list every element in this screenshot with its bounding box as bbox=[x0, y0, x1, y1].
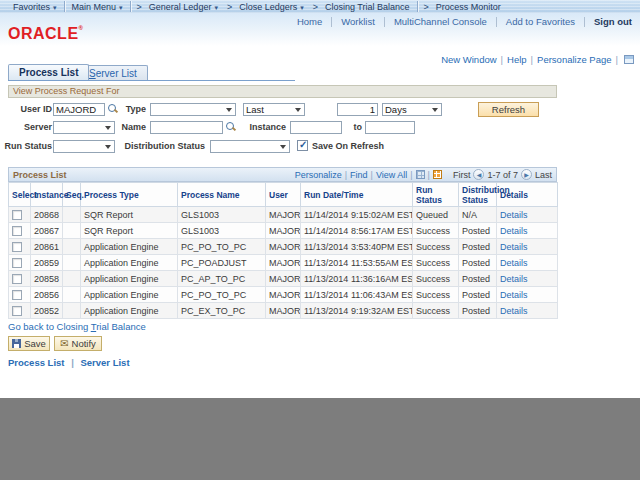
tab-process-list[interactable]: Process List bbox=[8, 64, 89, 80]
col-select: Select bbox=[9, 183, 31, 207]
refresh-button[interactable]: Refresh bbox=[478, 102, 539, 117]
table-row: 20861 Application Engine PC_PO_TO_PC MAJ… bbox=[9, 239, 558, 255]
cell-run-datetime: 11/14/2014 9:15:02AM EST bbox=[301, 207, 413, 223]
personalize-page-link[interactable]: Personalize Page bbox=[537, 54, 611, 65]
breadcrumb: Favorites▾ Main Menu▾ > General Ledger▾ … bbox=[0, 0, 640, 13]
details-link[interactable]: Details bbox=[500, 258, 528, 268]
home-link[interactable]: Home bbox=[288, 16, 331, 27]
worklist-link[interactable]: Worklist bbox=[332, 16, 384, 27]
details-link[interactable]: Details bbox=[500, 210, 528, 220]
breadcrumb-label: General Ledger bbox=[149, 2, 212, 12]
type-label: Type bbox=[104, 104, 146, 114]
instance-to-input[interactable] bbox=[365, 121, 415, 134]
breadcrumb-closing-trial-balance[interactable]: Closing Trial Balance bbox=[320, 2, 415, 12]
go-back-text: rial Balance bbox=[96, 321, 146, 332]
col-process-type: Process Type bbox=[81, 183, 178, 207]
cell-distribution-status: Posted bbox=[459, 303, 497, 319]
page-action-links: New Window | Help | Personalize Page | bbox=[441, 54, 634, 65]
sign-out-link[interactable]: Sign out bbox=[585, 16, 632, 27]
brand-text: ORACLE bbox=[8, 25, 79, 42]
row-checkbox[interactable] bbox=[12, 306, 22, 316]
save-on-refresh-checkbox[interactable] bbox=[297, 140, 308, 151]
row-checkbox[interactable] bbox=[12, 242, 22, 252]
tab-strip: Process List Server List bbox=[8, 65, 295, 81]
cell-instance: 20861 bbox=[31, 239, 63, 255]
pager-last-label[interactable]: Last bbox=[535, 170, 552, 180]
cell-user: MAJORD bbox=[266, 255, 301, 271]
separator: | bbox=[428, 170, 430, 180]
user-id-input[interactable] bbox=[53, 103, 105, 116]
notify-button[interactable]: ✉ Notify bbox=[54, 336, 102, 351]
separator: | bbox=[616, 54, 618, 65]
window-icon[interactable] bbox=[624, 55, 634, 64]
cell-seq bbox=[63, 223, 81, 239]
utility-links: Home Worklist MultiChannel Console Add t… bbox=[288, 16, 632, 27]
cell-seq bbox=[63, 207, 81, 223]
row-checkbox[interactable] bbox=[12, 258, 22, 268]
run-status-select[interactable] bbox=[53, 140, 115, 153]
pager-first-label[interactable]: First bbox=[453, 170, 471, 180]
cell-run-status: Success bbox=[413, 287, 459, 303]
col-instance: Instance bbox=[31, 183, 63, 207]
cell-distribution-status: N/A bbox=[459, 207, 497, 223]
cell-run-status: Success bbox=[413, 255, 459, 271]
details-link[interactable]: Details bbox=[500, 226, 528, 236]
add-to-favorites-link[interactable]: Add to Favorites bbox=[497, 16, 584, 27]
cell-seq bbox=[63, 239, 81, 255]
download-grid-icon[interactable] bbox=[416, 170, 425, 179]
chevron-down-icon: ▾ bbox=[53, 4, 57, 11]
details-link[interactable]: Details bbox=[500, 274, 528, 284]
next-page-icon[interactable]: ▶ bbox=[521, 169, 532, 180]
user-id-label: User ID bbox=[0, 104, 52, 114]
details-link[interactable]: Details bbox=[500, 306, 528, 316]
type-select[interactable] bbox=[150, 103, 236, 116]
name-input[interactable] bbox=[150, 121, 223, 134]
details-link[interactable]: Details bbox=[500, 242, 528, 252]
previous-page-icon[interactable]: ◀ bbox=[473, 169, 484, 180]
orange-grid-icon[interactable] bbox=[433, 170, 442, 179]
breadcrumb-separator bbox=[64, 1, 65, 12]
col-seq: Seq. bbox=[63, 183, 81, 207]
cell-run-datetime: 11/14/2014 8:56:17AM EST bbox=[301, 223, 413, 239]
cell-instance: 20852 bbox=[31, 303, 63, 319]
view-all-link[interactable]: View All bbox=[376, 170, 407, 180]
instance-from-input[interactable] bbox=[290, 121, 342, 134]
cell-run-status: Success bbox=[413, 271, 459, 287]
row-checkbox[interactable] bbox=[12, 210, 22, 220]
envelope-icon: ✉ bbox=[60, 339, 68, 348]
last-number-input[interactable] bbox=[337, 103, 378, 116]
multichannel-console-link[interactable]: MultiChannel Console bbox=[385, 16, 496, 27]
process-list-link[interactable]: Process List bbox=[8, 357, 65, 368]
row-checkbox[interactable] bbox=[12, 274, 22, 284]
server-list-link[interactable]: Server List bbox=[80, 357, 129, 368]
distribution-status-select[interactable] bbox=[210, 140, 290, 153]
chevron-down-icon: ▾ bbox=[214, 4, 218, 11]
row-checkbox[interactable] bbox=[12, 226, 22, 236]
cell-seq bbox=[63, 271, 81, 287]
days-select[interactable]: Days bbox=[382, 103, 442, 116]
details-link[interactable]: Details bbox=[500, 290, 528, 300]
row-checkbox[interactable] bbox=[12, 290, 22, 300]
new-window-link[interactable]: New Window bbox=[441, 54, 496, 65]
find-link[interactable]: Find bbox=[350, 170, 368, 180]
notify-label: Notify bbox=[72, 338, 96, 349]
groupbox-header: View Process Request For bbox=[8, 85, 557, 98]
oracle-logo: ORACLE® bbox=[8, 25, 83, 43]
breadcrumb-close-ledgers[interactable]: Close Ledgers▾ bbox=[234, 2, 309, 12]
name-lookup-icon[interactable] bbox=[226, 122, 237, 133]
cell-process-name: PC_PO_TO_PC bbox=[178, 239, 266, 255]
go-back-link[interactable]: Go back to Closing Trial Balance bbox=[8, 321, 146, 332]
server-label: Server bbox=[0, 122, 52, 132]
save-button[interactable]: Save bbox=[8, 336, 50, 351]
cell-run-datetime: 11/13/2014 3:53:40PM EST bbox=[301, 239, 413, 255]
last-select[interactable]: Last bbox=[243, 103, 305, 116]
personalize-link[interactable]: Personalize bbox=[295, 170, 342, 180]
cell-seq bbox=[63, 255, 81, 271]
table-row: 20868 SQR Report GLS1003 MAJORD 11/14/20… bbox=[9, 207, 558, 223]
breadcrumb-main-menu[interactable]: Main Menu▾ bbox=[67, 2, 128, 12]
breadcrumb-general-ledger[interactable]: General Ledger▾ bbox=[144, 2, 223, 12]
cell-user: MAJORD bbox=[266, 207, 301, 223]
help-link[interactable]: Help bbox=[507, 54, 527, 65]
separator: | bbox=[71, 357, 74, 368]
breadcrumb-favorites[interactable]: Favorites▾ bbox=[8, 2, 62, 12]
